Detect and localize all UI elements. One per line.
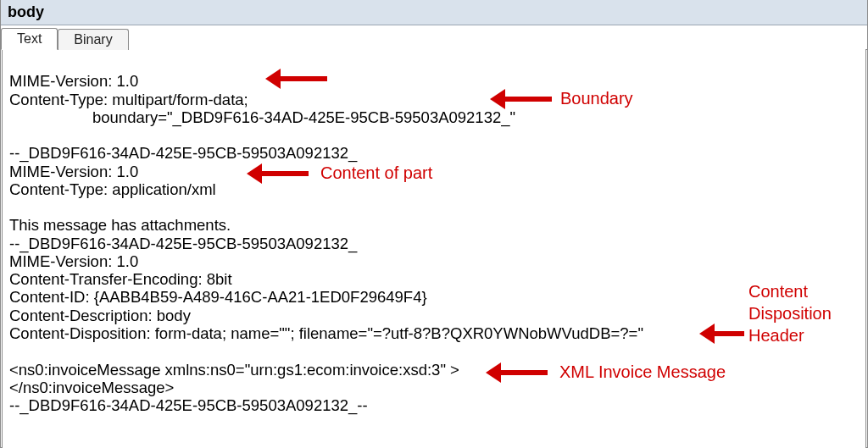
annotation-label: Content Disposition Header — [748, 280, 832, 346]
body-panel: body Text Binary MIME-Version: 1.0 Conte… — [0, 0, 868, 448]
line: MIME-Version: 1.0 — [9, 163, 138, 180]
annotation-content-of-part: Content of part — [247, 163, 432, 183]
tab-text[interactable]: Text — [1, 28, 58, 50]
line: Content-Disposition: form-data; name="";… — [9, 324, 643, 342]
annotation-arrow — [265, 71, 327, 86]
line: Content-Type: multipart/form-data; — [9, 91, 248, 108]
annotation-xml-invoice-message: XML Invoice Message — [486, 362, 726, 382]
line: </ns0:invoiceMessage> — [9, 379, 174, 396]
arrow-left-icon — [490, 91, 552, 107]
text-pane[interactable]: MIME-Version: 1.0 Content-Type: multipar… — [3, 49, 865, 448]
tab-binary[interactable]: Binary — [58, 29, 128, 50]
annotation-label: XML Invoice Message — [559, 362, 726, 382]
annotation-content-disposition-header — [699, 326, 744, 341]
tab-row: Text Binary — [1, 25, 867, 50]
line: boundary="_DBD9F616-34AD-425E-95CB-59503… — [9, 108, 515, 126]
arrow-left-icon — [247, 166, 309, 181]
line: Content-ID: {AABB4B59-A489-416C-AA21-1ED… — [9, 288, 427, 306]
line: Content-Type: application/xml — [9, 180, 216, 198]
line: Content-Description: body — [9, 307, 191, 324]
annotation-label: Content of part — [320, 163, 432, 183]
annotation-boundary: Boundary — [490, 89, 633, 108]
arrow-left-icon — [265, 71, 327, 86]
annotation-content-disposition-label: Content Disposition Header — [748, 280, 832, 346]
line: MIME-Version: 1.0 — [9, 252, 138, 270]
line: --_DBD9F616-34AD-425E-95CB-59503A092132_… — [9, 396, 368, 414]
line: <ns0:invoiceMessage xmlns:ns0="urn:gs1:e… — [9, 361, 459, 379]
content-frame: MIME-Version: 1.0 Content-Type: multipar… — [2, 49, 866, 448]
line: --_DBD9F616-34AD-425E-95CB-59503A092132_ — [9, 235, 357, 252]
line: Content-Transfer-Encoding: 8bit — [9, 270, 232, 288]
panel-title: body — [1, 0, 867, 25]
arrow-left-icon — [699, 326, 744, 341]
arrow-left-icon — [486, 365, 548, 380]
line: --_DBD9F616-34AD-425E-95CB-59503A092132_ — [9, 144, 357, 162]
annotation-label: Boundary — [560, 89, 633, 108]
line: MIME-Version: 1.0 — [9, 72, 138, 90]
line: This message has attachments. — [9, 216, 231, 234]
